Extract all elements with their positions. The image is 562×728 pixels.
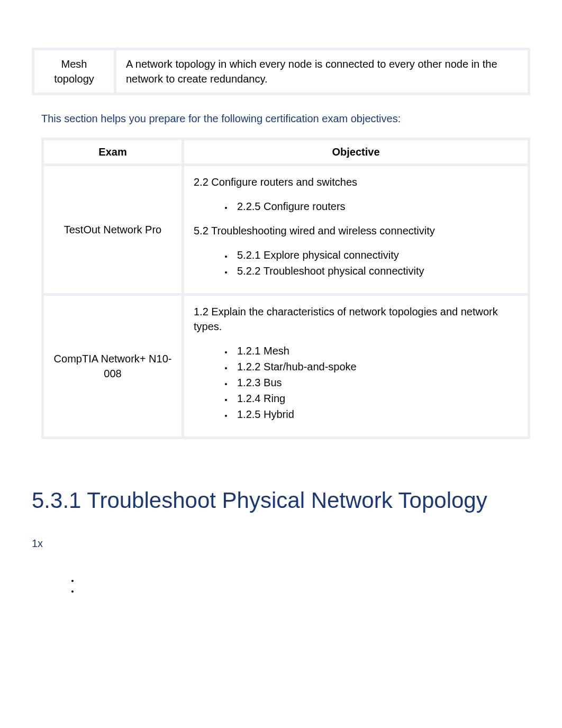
term-text-line1: Mesh <box>61 58 87 70</box>
column-header-exam: Exam <box>44 140 182 163</box>
objective-cell: 1.2 Explain the characteristics of netwo… <box>184 296 528 436</box>
intro-text: This section helps you prepare for the f… <box>41 111 530 126</box>
playback-speed-label[interactable]: 1x <box>32 536 530 551</box>
term-text-line2: topology <box>54 73 94 85</box>
objective-title: 5.2 Troubleshooting wired and wireless c… <box>194 225 435 236</box>
section-heading: 5.3.1 Troubleshoot Physical Network Topo… <box>32 487 530 515</box>
objective-section: 1.2 Explain the characteristics of netwo… <box>194 304 518 422</box>
column-header-objective: Objective <box>184 140 528 163</box>
list-item: 1.2.2 Star/hub-and-spoke <box>233 359 518 374</box>
objectives-table: Exam Objective TestOut Network Pro 2.2 C… <box>32 138 530 439</box>
list-item: 5.2.2 Troubleshoot physical connectivity <box>233 263 518 278</box>
objective-list: 1.2.1 Mesh 1.2.2 Star/hub-and-spoke 1.2.… <box>222 343 518 422</box>
table-row: CompTIA Network+ N10-008 1.2 Explain the… <box>44 296 528 436</box>
definition-term-cell: Mesh topology <box>34 50 114 93</box>
definition-table: Mesh topology A network topology in whic… <box>32 48 530 95</box>
objective-cell: 2.2 Configure routers and switches 2.2.5… <box>184 166 528 293</box>
objective-title: 2.2 Configure routers and switches <box>194 176 357 188</box>
exam-name-cell: CompTIA Network+ N10-008 <box>44 296 182 436</box>
table-row: Mesh topology A network topology in whic… <box>34 50 528 93</box>
exam-name-text: CompTIA Network+ N10-008 <box>54 353 172 379</box>
list-item: 1.2.4 Ring <box>233 391 518 406</box>
empty-bullet-list <box>69 572 530 593</box>
definition-desc-text: A network topology in which every node i… <box>126 58 497 85</box>
list-item: 1.2.3 Bus <box>233 375 518 390</box>
list-item <box>79 572 530 583</box>
list-item: 5.2.1 Explore physical connectivity <box>233 248 518 262</box>
list-item: 1.2.5 Hybrid <box>233 407 518 422</box>
exam-name-cell: TestOut Network Pro <box>44 166 182 293</box>
list-item <box>79 583 530 593</box>
objective-list: 5.2.1 Explore physical connectivity 5.2.… <box>222 248 518 278</box>
definition-desc-cell: A network topology in which every node i… <box>116 50 528 93</box>
table-header-row: Exam Objective <box>44 140 528 163</box>
list-item: 2.2.5 Configure routers <box>233 199 518 214</box>
objective-title: 1.2 Explain the characteristics of netwo… <box>194 306 498 332</box>
objective-list: 2.2.5 Configure routers <box>222 199 518 214</box>
table-row: TestOut Network Pro 2.2 Configure router… <box>44 166 528 293</box>
exam-name-text: TestOut Network Pro <box>64 224 162 235</box>
list-item: 1.2.1 Mesh <box>233 343 518 358</box>
objective-section: 5.2 Troubleshooting wired and wireless c… <box>194 223 518 278</box>
objective-section: 2.2 Configure routers and switches 2.2.5… <box>194 175 518 214</box>
